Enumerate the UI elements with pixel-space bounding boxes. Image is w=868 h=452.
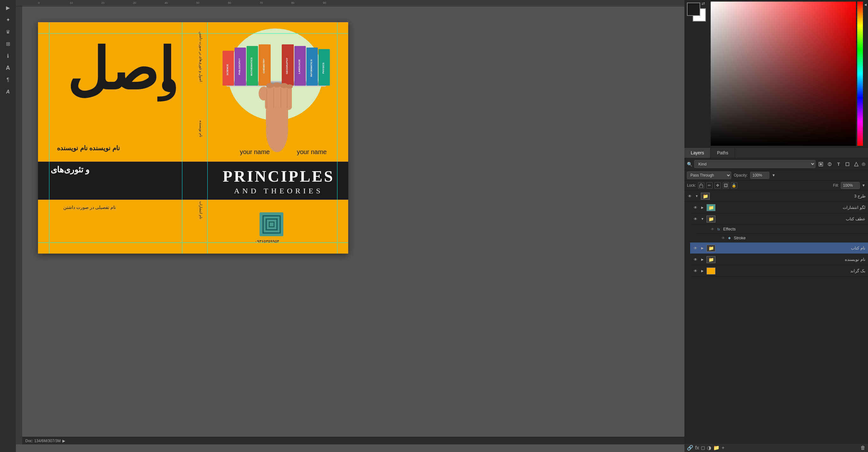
color-arrow-indicator: ◀ bbox=[864, 2, 868, 146]
svg-text:90: 90 bbox=[323, 1, 326, 4]
lock-all-icon[interactable]: 🔒 bbox=[731, 182, 737, 189]
hue-slider[interactable] bbox=[857, 2, 863, 146]
layer-visibility-logo[interactable]: 👁 bbox=[693, 205, 698, 210]
tool-grid[interactable]: ⊞ bbox=[3, 39, 13, 49]
tool-text[interactable]: A bbox=[3, 63, 13, 73]
layer-item-stroke[interactable]: 👁 ◆ Stroke bbox=[702, 234, 868, 243]
layer-visibility-atf[interactable]: 👁 bbox=[693, 216, 698, 222]
search-icon: 🔍 bbox=[687, 162, 692, 167]
opacity-chevron[interactable]: ▼ bbox=[772, 173, 776, 177]
filter-smart-icon[interactable] bbox=[853, 161, 860, 168]
lock-pixels-icon[interactable] bbox=[698, 182, 704, 189]
layer-thumb-logo: 📁 bbox=[707, 204, 715, 211]
design-canvas: اصل و نام نویسنده نام نویسنده و تئوری‌ها… bbox=[38, 22, 348, 254]
layer-expand-namnavisande[interactable]: ▶ bbox=[700, 257, 705, 262]
your-name-text: your name your name bbox=[226, 148, 340, 156]
svg-text:MATHEMATICS: MATHEMATICS bbox=[250, 57, 253, 76]
svg-text:30: 30 bbox=[133, 1, 136, 4]
layer-visibility-namkitab[interactable]: 👁 bbox=[693, 245, 698, 251]
layer-visibility-stroke[interactable]: 👁 bbox=[720, 235, 726, 241]
svg-text:PHILOSOPHY: PHILOSOPHY bbox=[238, 58, 241, 75]
filter-toggle[interactable] bbox=[862, 162, 865, 166]
svg-point-42 bbox=[280, 83, 288, 88]
tool-crown[interactable]: ♛ bbox=[3, 27, 13, 37]
layer-item-tarch3[interactable]: 👁 ▼ 📁 طرح 3 bbox=[684, 191, 868, 202]
svg-text:0: 0 bbox=[38, 1, 39, 4]
tool-info[interactable]: ℹ bbox=[3, 51, 13, 61]
svg-rect-50 bbox=[820, 163, 822, 165]
tool-text-style[interactable]: A bbox=[3, 87, 13, 97]
svg-rect-12 bbox=[16, 6, 22, 444]
layer-delete-icon[interactable]: 🗑 bbox=[860, 445, 865, 451]
layer-name-logo: لگو انتشارات bbox=[717, 205, 865, 210]
filter-text-icon[interactable]: T bbox=[835, 161, 842, 168]
layer-expand-namkitab[interactable]: ▶ bbox=[700, 246, 705, 250]
svg-rect-53 bbox=[846, 163, 849, 166]
svg-point-44 bbox=[259, 87, 269, 101]
opacity-input[interactable] bbox=[750, 172, 769, 179]
svg-text:50: 50 bbox=[196, 1, 199, 4]
swap-colors-icon[interactable]: ⇄ bbox=[702, 1, 705, 6]
tool-play[interactable]: ▶ bbox=[3, 3, 13, 13]
lock-artboard-icon[interactable] bbox=[723, 182, 729, 189]
layer-bottom-toolbar: 🔗 fx ◻ ◑ 📁 + 🗑 bbox=[684, 443, 868, 452]
layer-expand-background[interactable]: ▶ bbox=[700, 269, 705, 273]
folder-icon-tarch3: 📁 bbox=[703, 194, 708, 199]
tool-star[interactable]: ✦ bbox=[3, 15, 13, 25]
layer-fx-icon[interactable]: fx bbox=[695, 445, 699, 451]
right-panel: ⇄ ◀ Layers Paths 🔍 Kind bbox=[684, 0, 868, 452]
lock-paint-icon[interactable]: ✏ bbox=[706, 182, 713, 189]
layer-item-namkitab[interactable]: 👁 ▶ 📁 نام کتاب bbox=[690, 243, 868, 254]
color-gradient-field[interactable] bbox=[711, 2, 856, 146]
layer-item-background[interactable]: 👁 ▶ بک گراند bbox=[690, 265, 868, 277]
layer-visibility-tarch3[interactable]: 👁 bbox=[687, 193, 693, 199]
color-gradient-area: ◀ bbox=[686, 2, 868, 147]
filter-shape-icon[interactable] bbox=[844, 161, 851, 168]
layer-visibility-effects[interactable]: 👁 bbox=[710, 226, 715, 232]
spine-text-mid: نام نویسنده bbox=[184, 120, 203, 137]
tab-layers[interactable]: Layers bbox=[684, 148, 711, 158]
layer-item-atf[interactable]: 👁 ▼ 📁 عطف کتاب bbox=[690, 213, 868, 225]
layer-item-namnavisande[interactable]: 👁 ▶ 📁 نام نویسنده bbox=[690, 254, 868, 265]
layer-item-logo[interactable]: 👁 ▶ 📁 لگو انتشارات bbox=[690, 202, 868, 213]
layer-thumb-background bbox=[707, 267, 715, 275]
layer-visibility-background[interactable]: 👁 bbox=[693, 268, 698, 274]
layer-mask-icon[interactable]: ◻ bbox=[701, 445, 705, 451]
layer-link-icon[interactable]: 🔗 bbox=[687, 445, 693, 451]
fill-input[interactable] bbox=[841, 182, 860, 189]
kind-dropdown[interactable]: Kind bbox=[694, 160, 815, 168]
blend-mode-dropdown[interactable]: Pass Through Normal Multiply Screen bbox=[687, 171, 731, 179]
foreground-swatch[interactable] bbox=[687, 3, 700, 16]
svg-text:GEOGRAPHY: GEOGRAPHY bbox=[285, 57, 288, 74]
layer-expand-logo[interactable]: ▶ bbox=[700, 205, 705, 210]
svg-rect-39 bbox=[265, 86, 292, 110]
tab-paths[interactable]: Paths bbox=[711, 148, 735, 158]
status-bar: Doc: 134/6M/307/3M ▶ bbox=[22, 437, 684, 444]
layer-name-atf: عطف کتاب bbox=[717, 217, 865, 221]
layer-folder-icon[interactable]: 📁 bbox=[713, 445, 719, 451]
ruler-top: 0 10 20 30 40 50 60 70 80 90 bbox=[16, 0, 684, 6]
layer-expand-tarch3[interactable]: ▼ bbox=[694, 194, 699, 198]
layer-item-effects[interactable]: 👁 fx Effects bbox=[696, 225, 868, 234]
layer-name-namnavisande: نام نویسنده bbox=[717, 257, 865, 262]
folder-icon-namkitab: 📁 bbox=[709, 246, 714, 251]
layer-adjustment-icon[interactable]: ◑ bbox=[707, 445, 711, 451]
layer-visibility-namnavisande[interactable]: 👁 bbox=[693, 257, 698, 262]
persian-title-back: اصل و bbox=[48, 41, 180, 98]
layer-thumb-namkitab: 📁 bbox=[707, 245, 715, 252]
layer-add-icon[interactable]: + bbox=[721, 445, 724, 451]
svg-text:LANGUAGE: LANGUAGE bbox=[298, 59, 301, 74]
lock-move-icon[interactable]: ✥ bbox=[714, 182, 721, 189]
filter-pixel-icon[interactable] bbox=[817, 161, 824, 168]
svg-text:SCIENCE: SCIENCE bbox=[226, 64, 229, 76]
canvas-area: 0 10 20 30 40 50 60 70 80 90 0 100 200 3… bbox=[16, 0, 684, 452]
guideline-h-top bbox=[38, 33, 348, 34]
tool-paragraph[interactable]: ¶ bbox=[3, 75, 13, 85]
fill-chevron[interactable]: ▼ bbox=[862, 183, 865, 188]
layers-filter-toolbar: 🔍 Kind T bbox=[684, 158, 868, 170]
svg-text:CHEMISTRY: CHEMISTRY bbox=[262, 58, 265, 73]
lock-label: Lock: bbox=[687, 183, 696, 188]
layer-expand-atf[interactable]: ▼ bbox=[700, 217, 705, 221]
filter-adjust-icon[interactable] bbox=[826, 161, 833, 168]
color-swatches: ⇄ bbox=[687, 3, 709, 25]
